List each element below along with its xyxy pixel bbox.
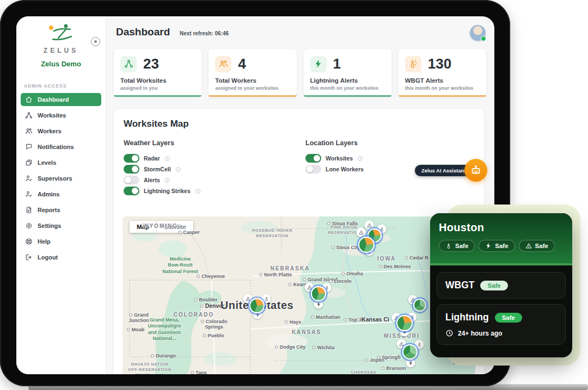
worksite-cluster-marker[interactable] — [413, 299, 426, 312]
info-icon[interactable] — [164, 177, 170, 183]
doc-icon — [25, 206, 33, 214]
worksite-cluster-marker[interactable] — [402, 344, 418, 360]
toggle-label: Alerts — [144, 177, 160, 183]
layers-icon — [25, 159, 33, 166]
worksite-cluster-marker[interactable] — [311, 286, 326, 301]
sidebar-item-worksites[interactable]: Worksites — [21, 109, 101, 122]
satellite-view-button[interactable]: Satellite — [156, 221, 193, 233]
layer-toggle-stormcell: StormCell — [124, 164, 305, 175]
status-pill-label: Safe — [495, 243, 508, 249]
stat-card-total-worksites: 23Total Worksitesassigned to you — [114, 49, 201, 97]
stormcell-switch[interactable] — [124, 165, 139, 174]
sidebar-item-label: Workers — [38, 128, 62, 134]
wbgt-icon — [408, 59, 418, 69]
stat-card-lightning-alerts: 1Lightning Alertsthis month on your work… — [304, 49, 391, 97]
sidebar-item-dashboard[interactable]: Dashboard — [21, 93, 101, 106]
sitemap-icon — [25, 112, 33, 119]
sidebar-item-label: Help — [38, 238, 51, 245]
stat-top: 4 — [215, 55, 290, 72]
sidebar: ZELUS Zelus Demo ADMIN ACCESS DashboardW… — [16, 16, 106, 374]
page-title: Dashboard — [116, 26, 170, 38]
app-screen: ZELUS Zelus Demo ADMIN ACCESS DashboardW… — [16, 16, 494, 374]
sidebar-collapse-button[interactable] — [91, 37, 100, 46]
stat-top: 130 — [405, 55, 480, 72]
houston-row-line: LightningSafe — [445, 312, 557, 323]
ai-assistant-button[interactable] — [464, 159, 487, 182]
stat-label: Lightning Alerts — [310, 77, 385, 84]
worksites-map-panel: Worksites Map Weather Layers RadarStormC… — [114, 109, 484, 374]
status-pill-label: Safe — [535, 243, 548, 249]
stat-card-total-workers: 4Total Workersassigned to your worksites — [209, 49, 296, 97]
sidebar-item-notifications[interactable]: Notifications — [21, 140, 101, 153]
worksite-cluster-marker[interactable] — [358, 237, 375, 253]
stat-label: WBGT Alerts — [405, 77, 480, 84]
chat-icon — [25, 143, 33, 151]
stat-top: 1 — [310, 55, 385, 72]
sitemap-icon — [124, 59, 133, 69]
worksite-cluster-marker[interactable] — [249, 298, 265, 313]
sidebar-item-logout[interactable]: Logout — [21, 251, 101, 264]
stat-value: 130 — [428, 55, 451, 72]
info-icon[interactable] — [195, 188, 201, 194]
worksite-cluster-marker[interactable] — [396, 315, 413, 331]
map-view-button[interactable]: Map — [130, 221, 156, 233]
person-check-icon — [25, 175, 33, 182]
toggle-label: Lightning Strikes — [144, 188, 191, 194]
houston-card-body: WBGTSafeLightningSafe24+ hours ago — [430, 265, 572, 357]
toggle-label: StormCell — [144, 166, 171, 172]
logo: ZELUS — [16, 16, 106, 54]
houston-title: Houston — [439, 221, 564, 234]
person-check-icon — [25, 190, 33, 198]
stat-value: 1 — [333, 55, 341, 72]
sidebar-item-supervisors[interactable]: Supervisors — [21, 172, 101, 185]
lightning-strikes-switch[interactable] — [124, 187, 139, 195]
houston-warning-status-pill: Safe — [519, 240, 555, 252]
info-icon[interactable] — [164, 156, 170, 162]
sidebar-item-settings[interactable]: Settings — [21, 219, 101, 232]
sidebar-item-help[interactable]: Help — [21, 235, 101, 248]
houston-bolt-status-pill: Safe — [479, 240, 514, 252]
info-icon[interactable] — [357, 156, 363, 162]
layer-toggle-lightning-strikes: Lightning Strikes — [124, 185, 305, 196]
stat-sublabel: assigned to you — [120, 85, 195, 91]
assistant-tooltip: Zelus AI Assistant — [415, 165, 473, 176]
houston-card-header: Houston SafeSafeSafe — [430, 213, 572, 263]
layer-toggle-alerts: Alerts — [124, 175, 305, 185]
sidebar-item-label: Supervisors — [38, 175, 72, 182]
stat-label: Total Workers — [215, 77, 290, 84]
sidebar-item-label: Admins — [38, 191, 59, 197]
radar-switch[interactable] — [124, 154, 139, 163]
location-layers-title: Location Layers — [305, 139, 364, 147]
map-type-control: Map Satellite — [130, 221, 193, 233]
layer-toggle-radar: Radar — [124, 153, 305, 164]
lone-workers-switch[interactable] — [305, 165, 321, 174]
sidebar-item-reports[interactable]: Reports — [21, 203, 101, 216]
next-refresh-label: Next refresh: 06:46 — [180, 30, 229, 36]
user-avatar[interactable] — [470, 25, 486, 41]
robot-icon — [470, 164, 482, 176]
sidebar-item-admins[interactable]: Admins — [21, 188, 101, 201]
page: ZELUS Zelus Demo ADMIN ACCESS DashboardW… — [0, 0, 588, 390]
safe-badge: Safe — [495, 313, 522, 323]
sidebar-item-levels[interactable]: Levels — [21, 156, 101, 169]
home-icon — [25, 96, 33, 103]
alerts-switch[interactable] — [124, 176, 139, 184]
worksites-switch[interactable] — [305, 154, 321, 163]
houston-row-title: Lightning — [445, 312, 489, 323]
sidebar-item-workers[interactable]: Workers — [21, 125, 101, 138]
stat-value: 4 — [238, 55, 246, 72]
marker-bolt-badge[interactable] — [406, 358, 415, 368]
info-icon[interactable] — [175, 166, 181, 172]
brand-wordmark: ZELUS — [16, 47, 106, 54]
sidebar-item-label: Dashboard — [38, 96, 69, 103]
worksites-map[interactable]: Map Satellite WYOMINGCasperPINE RIDGE RE… — [122, 216, 475, 374]
warning-icon — [366, 222, 372, 228]
houston-row-wbgt: WBGTSafe — [437, 272, 566, 299]
stat-label: Total Worksites — [120, 77, 195, 84]
sidebar-item-label: Notifications — [38, 144, 74, 150]
bolt-icon — [485, 243, 492, 249]
clock-icon — [445, 329, 454, 337]
stat-iconbox — [215, 56, 231, 72]
marker-warning-badge[interactable] — [357, 228, 366, 237]
org-name: Zelus Demo — [16, 60, 106, 68]
